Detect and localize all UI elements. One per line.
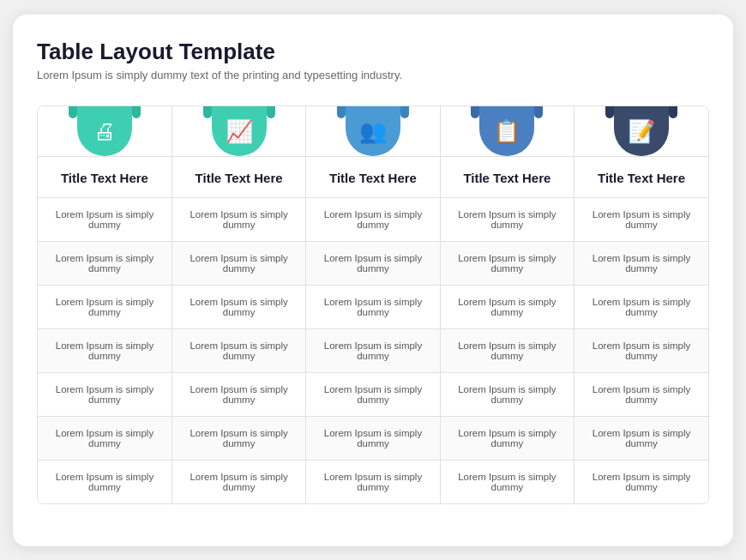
- table-wrapper: 🖨 📈 👥 📋: [37, 105, 709, 504]
- cell-r7-c4: Lorem Ipsum is simply dummy: [440, 460, 574, 503]
- table-row: Lorem Ipsum is simply dummyLorem Ipsum i…: [38, 460, 708, 503]
- col-title-3: Title Text Here: [306, 156, 440, 197]
- document-icon-wrap: 📋: [441, 106, 574, 156]
- cell-r4-c4: Lorem Ipsum is simply dummy: [440, 328, 574, 372]
- cell-r6-c4: Lorem Ipsum is simply dummy: [440, 416, 574, 460]
- cell-r2-c5: Lorem Ipsum is simply dummy: [575, 241, 708, 285]
- people-icon: 👥: [359, 120, 387, 142]
- badge-ear-right: [132, 106, 141, 118]
- printer-icon: 🖨: [93, 120, 116, 142]
- clipboard-icon-badge: 📝: [614, 106, 669, 156]
- icon-cell-5: 📝: [575, 106, 708, 157]
- cell-r1-c5: Lorem Ipsum is simply dummy: [575, 197, 708, 241]
- table-row: Lorem Ipsum is simply dummyLorem Ipsum i…: [38, 328, 708, 372]
- cell-r2-c3: Lorem Ipsum is simply dummy: [306, 241, 440, 285]
- chart-icon-badge: 📈: [212, 106, 267, 156]
- cell-r5-c5: Lorem Ipsum is simply dummy: [575, 372, 708, 416]
- clipboard-icon: 📝: [628, 120, 655, 142]
- cell-r3-c1: Lorem Ipsum is simply dummy: [38, 285, 171, 328]
- cell-r1-c3: Lorem Ipsum is simply dummy: [306, 197, 440, 241]
- main-card: Table Layout Template Lorem Ipsum is sim…: [13, 15, 733, 546]
- table-row: Lorem Ipsum is simply dummyLorem Ipsum i…: [38, 241, 708, 285]
- cell-r5-c3: Lorem Ipsum is simply dummy: [306, 372, 440, 416]
- cell-r5-c1: Lorem Ipsum is simply dummy: [38, 372, 171, 416]
- col-title-4: Title Text Here: [440, 156, 574, 197]
- cell-r1-c4: Lorem Ipsum is simply dummy: [440, 197, 574, 241]
- page-title: Table Layout Template: [37, 39, 709, 65]
- chart-icon-wrap: 📈: [172, 106, 305, 156]
- cell-r4-c5: Lorem Ipsum is simply dummy: [575, 328, 708, 372]
- badge-ear-left: [69, 106, 77, 118]
- badge-ear-right: [534, 106, 543, 118]
- cell-r2-c2: Lorem Ipsum is simply dummy: [171, 241, 305, 285]
- badge-ear-left: [605, 106, 614, 118]
- col-title-2: Title Text Here: [171, 156, 305, 197]
- printer-icon-badge: 🖨: [77, 106, 132, 156]
- cell-r6-c5: Lorem Ipsum is simply dummy: [575, 416, 708, 460]
- cell-r4-c3: Lorem Ipsum is simply dummy: [306, 328, 440, 372]
- cell-r2-c4: Lorem Ipsum is simply dummy: [440, 241, 574, 285]
- cell-r7-c5: Lorem Ipsum is simply dummy: [575, 460, 708, 503]
- cell-r5-c2: Lorem Ipsum is simply dummy: [171, 372, 305, 416]
- cell-r3-c3: Lorem Ipsum is simply dummy: [306, 285, 440, 328]
- badge-ear-left: [337, 106, 346, 118]
- table-row: Lorem Ipsum is simply dummyLorem Ipsum i…: [38, 372, 708, 416]
- cell-r2-c1: Lorem Ipsum is simply dummy: [38, 241, 171, 285]
- col-title-5: Title Text Here: [575, 156, 708, 197]
- printer-icon-wrap: 🖨: [38, 106, 171, 156]
- cell-r3-c5: Lorem Ipsum is simply dummy: [575, 285, 708, 328]
- cell-r6-c3: Lorem Ipsum is simply dummy: [306, 416, 440, 460]
- table-row: Lorem Ipsum is simply dummyLorem Ipsum i…: [38, 197, 708, 241]
- badge-ear-right: [267, 106, 275, 118]
- badge-ear-right: [400, 106, 409, 118]
- col-title-1: Title Text Here: [38, 156, 171, 197]
- document-icon: 📋: [493, 120, 520, 142]
- badge-ear-right: [669, 106, 677, 118]
- cell-r1-c1: Lorem Ipsum is simply dummy: [38, 197, 171, 241]
- cell-r7-c3: Lorem Ipsum is simply dummy: [306, 460, 440, 503]
- page-subtitle: Lorem Ipsum is simply dummy text of the …: [37, 69, 709, 81]
- badge-ear-left: [471, 106, 479, 118]
- people-icon-badge: 👥: [346, 106, 400, 156]
- table-row: Lorem Ipsum is simply dummyLorem Ipsum i…: [38, 285, 708, 328]
- cell-r5-c4: Lorem Ipsum is simply dummy: [440, 372, 574, 416]
- icon-cell-3: 👥: [306, 106, 440, 157]
- cell-r6-c2: Lorem Ipsum is simply dummy: [171, 416, 305, 460]
- icon-cell-1: 🖨: [38, 106, 171, 157]
- chart-icon: 📈: [226, 120, 253, 142]
- cell-r3-c4: Lorem Ipsum is simply dummy: [440, 285, 574, 328]
- cell-r7-c1: Lorem Ipsum is simply dummy: [38, 460, 171, 503]
- people-icon-wrap: 👥: [306, 106, 439, 156]
- cell-r1-c2: Lorem Ipsum is simply dummy: [171, 197, 305, 241]
- badge-ear-left: [203, 106, 212, 118]
- clipboard-icon-wrap: 📝: [575, 106, 708, 156]
- cell-r4-c2: Lorem Ipsum is simply dummy: [171, 328, 305, 372]
- cell-r3-c2: Lorem Ipsum is simply dummy: [171, 285, 305, 328]
- cell-r6-c1: Lorem Ipsum is simply dummy: [38, 416, 171, 460]
- icon-cell-2: 📈: [171, 106, 305, 157]
- document-icon-badge: 📋: [479, 106, 534, 156]
- cell-r4-c1: Lorem Ipsum is simply dummy: [38, 328, 171, 372]
- icon-cell-4: 📋: [440, 106, 574, 157]
- main-table: 🖨 📈 👥 📋: [38, 106, 708, 503]
- cell-r7-c2: Lorem Ipsum is simply dummy: [171, 460, 305, 503]
- table-row: Lorem Ipsum is simply dummyLorem Ipsum i…: [38, 416, 708, 460]
